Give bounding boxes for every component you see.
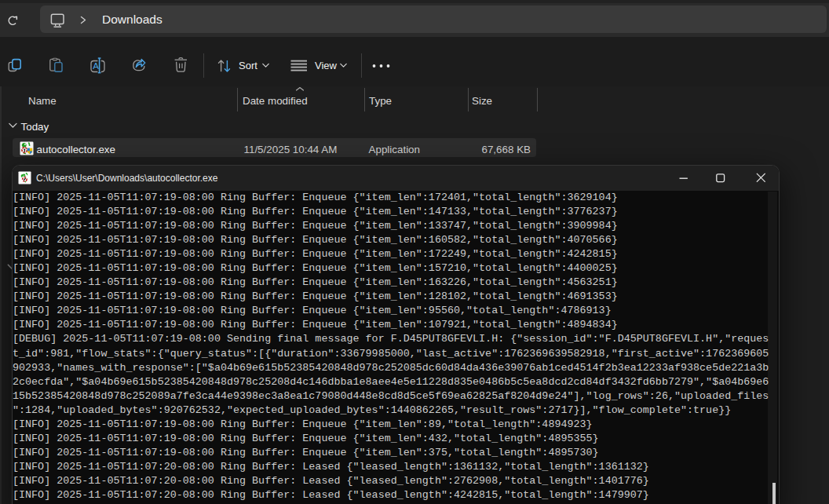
svg-text:A: A (93, 61, 99, 71)
